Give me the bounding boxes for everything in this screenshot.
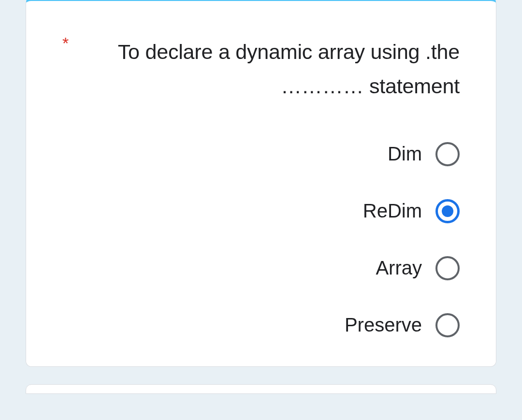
- required-asterisk: *: [62, 35, 69, 51]
- question-header: * To declare a dynamic array using .the …: [62, 35, 460, 103]
- option-label: Dim: [388, 143, 422, 165]
- question-card: * To declare a dynamic array using .the …: [26, 0, 496, 367]
- radio-icon: [435, 256, 460, 280]
- question-text: To declare a dynamic array using .the ………: [112, 35, 460, 103]
- option-dim[interactable]: Dim: [62, 142, 460, 166]
- option-array[interactable]: Array: [62, 256, 460, 280]
- option-preserve[interactable]: Preserve: [62, 313, 460, 337]
- option-label: ReDim: [363, 200, 422, 222]
- option-redim[interactable]: ReDim: [62, 199, 460, 223]
- options-group: Dim ReDim Array Preserve: [62, 142, 460, 337]
- option-label: Preserve: [345, 314, 422, 336]
- radio-icon: [435, 199, 460, 223]
- radio-icon: [435, 142, 460, 166]
- option-label: Array: [376, 257, 422, 279]
- next-card-peek: [26, 384, 496, 394]
- radio-icon: [435, 313, 460, 337]
